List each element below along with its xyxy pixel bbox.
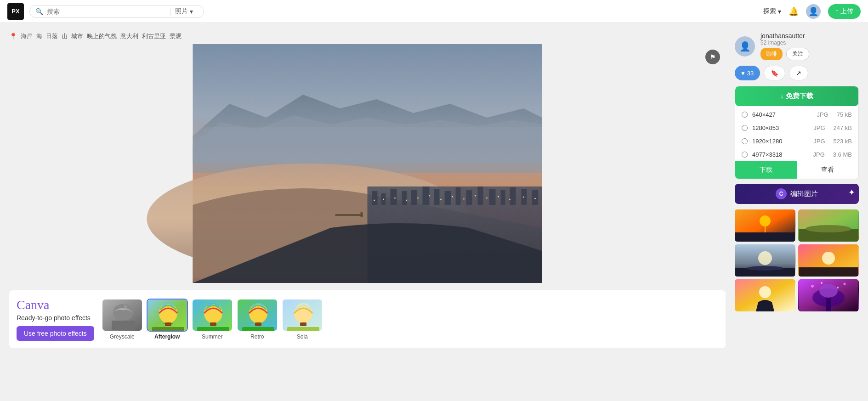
edit-panel[interactable]: C 编辑图片 ✦: [735, 184, 859, 204]
canva-tagline: Ready-to-go photo effects: [17, 314, 94, 322]
svg-point-71: [747, 266, 783, 271]
tag-liguria[interactable]: 利古里亚: [142, 32, 166, 40]
sidebar: 👤 jonathansautter 52 images 咖啡 关注 ♥ 33 🔖: [735, 32, 859, 348]
svg-point-83: [821, 282, 823, 284]
related-images-grid: [735, 209, 859, 311]
svg-point-58: [294, 303, 312, 323]
svg-point-23: [383, 199, 384, 200]
svg-rect-42: [112, 321, 135, 330]
svg-rect-60: [287, 327, 319, 332]
explore-button[interactable]: 探索 ▾: [763, 7, 781, 16]
related-thumb-3[interactable]: [735, 244, 795, 277]
notifications-bell-icon[interactable]: 🔔: [789, 6, 799, 17]
svg-point-30: [463, 198, 465, 200]
canva-branding: Canva Ready-to-go photo effects Use free…: [17, 298, 94, 341]
canva-logo: Canva: [17, 298, 94, 312]
search-type-button[interactable]: 照片 ▾: [170, 7, 193, 16]
effect-item-sola[interactable]: Sola: [282, 299, 323, 340]
svg-point-80: [819, 284, 838, 298]
svg-rect-16: [478, 186, 483, 205]
size-radio-1[interactable]: [742, 112, 748, 118]
effect-label-afterglow: Afterglow: [154, 333, 180, 340]
size-option-1[interactable]: 640×427 JPG 75 kB: [735, 108, 858, 121]
effect-item-retro[interactable]: Retro: [237, 299, 278, 340]
svg-rect-38: [361, 212, 363, 217]
author-info: jonathansautter 52 images 咖啡 关注: [760, 32, 859, 60]
svg-rect-63: [735, 232, 795, 242]
free-download-button[interactable]: ↓ 免费下载: [735, 86, 858, 106]
tag-sea[interactable]: 海: [36, 32, 42, 40]
svg-point-22: [374, 200, 375, 201]
svg-rect-8: [391, 189, 397, 205]
svg-point-34: [509, 199, 511, 200]
size-option-3[interactable]: 1920×1280 JPG 523 kB: [735, 135, 858, 148]
flag-icon: ⚑: [710, 53, 716, 61]
author-row: 👤 jonathansautter 52 images 咖啡 关注: [735, 32, 859, 60]
sparkle-icon: ✦: [848, 187, 855, 198]
tag-landscape[interactable]: 景观: [170, 32, 182, 40]
related-thumb-5[interactable]: [735, 279, 795, 311]
svg-rect-56: [242, 327, 274, 332]
svg-point-29: [452, 196, 453, 198]
share-button[interactable]: ↗: [789, 66, 808, 80]
chevron-down-icon: ▾: [190, 8, 193, 15]
related-thumb-4[interactable]: [798, 244, 859, 277]
canva-edit-logo: C: [776, 188, 787, 199]
svg-point-24: [394, 198, 396, 199]
bookmark-button[interactable]: 🔖: [764, 66, 785, 80]
upload-button[interactable]: ↑ 上传: [828, 4, 861, 19]
search-input[interactable]: [47, 8, 166, 15]
svg-point-41: [113, 304, 133, 321]
related-thumb-2[interactable]: [798, 209, 859, 242]
svg-rect-59: [300, 322, 306, 326]
effect-item-greyscale[interactable]: Greyscale: [102, 299, 143, 340]
download-action-button[interactable]: 下载: [735, 161, 797, 179]
svg-rect-9: [402, 191, 407, 205]
effect-item-afterglow[interactable]: Afterglow: [147, 299, 188, 340]
svg-rect-39: [193, 127, 542, 164]
tag-sunset[interactable]: 日落: [46, 32, 58, 40]
coffee-button[interactable]: 咖啡: [760, 48, 783, 60]
user-avatar[interactable]: 👤: [806, 4, 821, 19]
pin-icon: 📍: [9, 33, 17, 40]
edit-button-label: 编辑图片: [790, 190, 818, 198]
size-radio-4[interactable]: [742, 152, 748, 158]
size-option-2[interactable]: 1280×853 JPG 247 kB: [735, 121, 858, 135]
view-action-button[interactable]: 查看: [797, 161, 859, 179]
svg-rect-17: [489, 189, 496, 205]
like-button[interactable]: ♥ 33: [735, 66, 760, 80]
size-radio-3[interactable]: [742, 138, 748, 144]
svg-point-36: [534, 198, 536, 199]
flag-button[interactable]: ⚑: [705, 50, 720, 64]
effect-thumb-greyscale: [102, 299, 143, 332]
explore-chevron-icon: ▾: [778, 8, 781, 15]
tag-atmosphere[interactable]: 晚上的气氛: [87, 32, 117, 40]
image-section: 📍 海岸 海 日落 山 城市 晚上的气氛 意大利 利古里亚 景观: [9, 32, 726, 348]
svg-rect-45: [165, 322, 171, 326]
tag-mountain[interactable]: 山: [62, 32, 68, 40]
related-thumb-1[interactable]: [735, 209, 795, 242]
svg-rect-51: [210, 322, 216, 326]
svg-point-31: [475, 195, 476, 197]
canva-section: Canva Ready-to-go photo effects Use free…: [9, 290, 726, 348]
svg-point-67: [806, 225, 851, 232]
svg-point-50: [204, 303, 222, 323]
svg-point-82: [844, 283, 846, 285]
canva-effects-button[interactable]: Use free photo effects: [17, 326, 94, 341]
tag-coastline[interactable]: 海岸: [21, 32, 33, 40]
tag-city[interactable]: 城市: [71, 32, 83, 40]
site-logo[interactable]: PX: [7, 3, 24, 20]
size-radio-2[interactable]: [742, 125, 748, 131]
avatar-icon: 👤: [739, 41, 751, 52]
follow-button[interactable]: 关注: [786, 48, 809, 60]
search-icon: 🔍: [35, 8, 43, 15]
bookmark-icon: 🔖: [771, 69, 778, 77]
effect-label-greyscale: Greyscale: [110, 333, 135, 340]
effect-item-summer[interactable]: Summer: [192, 299, 233, 340]
size-options: 640×427 JPG 75 kB 1280×853 JPG 247 kB 19…: [735, 106, 858, 161]
size-option-4[interactable]: 4977×3318 JPG 3.6 MB: [735, 148, 858, 161]
download-panel: ↓ 免费下载 640×427 JPG 75 kB 1280×853 JPG 24…: [735, 86, 859, 179]
tag-italy[interactable]: 意大利: [120, 32, 138, 40]
related-thumb-6[interactable]: [798, 279, 859, 311]
svg-rect-74: [799, 267, 858, 277]
